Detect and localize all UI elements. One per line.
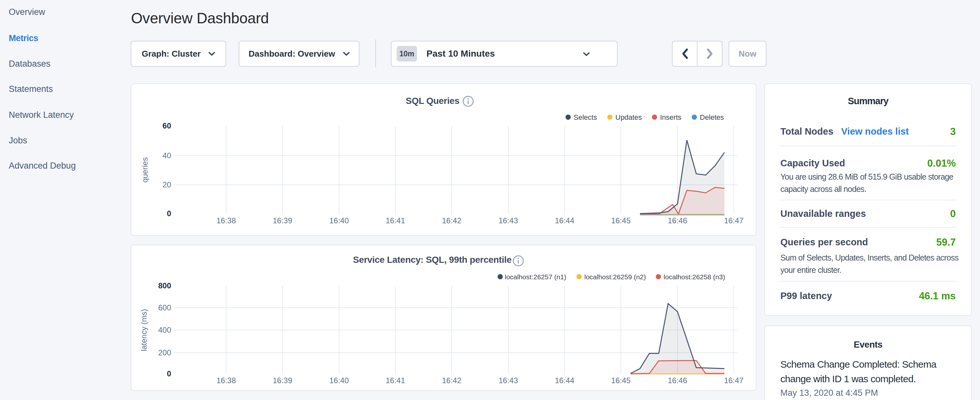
svg-text:400: 400: [158, 325, 171, 334]
svg-text:16:40: 16:40: [329, 216, 349, 225]
svg-text:16:45: 16:45: [611, 376, 631, 385]
svg-text:localhost:26259 (n2): localhost:26259 (n2): [584, 273, 646, 280]
svg-text:Inserts: Inserts: [660, 113, 681, 121]
svg-text:SQL Queries: SQL Queries: [406, 96, 460, 106]
svg-text:600: 600: [158, 303, 171, 312]
svg-text:60: 60: [162, 121, 171, 130]
svg-text:localhost:26257 (n1): localhost:26257 (n1): [505, 273, 566, 280]
svg-text:Updates: Updates: [616, 113, 642, 121]
svg-text:16:41: 16:41: [386, 376, 405, 385]
svg-text:Deletes: Deletes: [700, 113, 724, 121]
svg-text:16:42: 16:42: [442, 376, 461, 385]
svg-text:latency (ms): latency (ms): [140, 309, 148, 351]
svg-text:16:38: 16:38: [216, 216, 236, 225]
svg-text:16:45: 16:45: [611, 216, 631, 225]
svg-text:0: 0: [167, 209, 171, 218]
svg-text:16:39: 16:39: [273, 216, 292, 225]
svg-text:20: 20: [162, 180, 171, 189]
svg-text:16:44: 16:44: [555, 376, 574, 385]
svg-text:16:42: 16:42: [442, 216, 461, 225]
svg-text:Selects: Selects: [574, 113, 597, 121]
svg-text:0: 0: [167, 369, 171, 378]
svg-text:16:39: 16:39: [273, 376, 292, 385]
svg-text:16:43: 16:43: [499, 376, 518, 385]
svg-text:16:44: 16:44: [555, 216, 574, 225]
svg-text:16:43: 16:43: [499, 216, 518, 225]
svg-text:queries: queries: [140, 157, 149, 183]
svg-text:200: 200: [158, 348, 171, 357]
svg-text:40: 40: [162, 151, 171, 160]
svg-text:800: 800: [158, 281, 171, 290]
svg-text:Service Latency: SQL, 99th per: Service Latency: SQL, 99th percentile: [353, 255, 512, 265]
svg-text:16:40: 16:40: [329, 376, 349, 385]
svg-text:16:46: 16:46: [668, 376, 687, 385]
svg-text:16:47: 16:47: [724, 376, 743, 385]
svg-text:16:38: 16:38: [216, 376, 236, 385]
svg-text:16:41: 16:41: [386, 216, 405, 225]
svg-text:16:47: 16:47: [724, 216, 743, 225]
svg-text:localhost:26258 (n3): localhost:26258 (n3): [663, 273, 725, 280]
svg-text:16:46: 16:46: [668, 216, 687, 225]
